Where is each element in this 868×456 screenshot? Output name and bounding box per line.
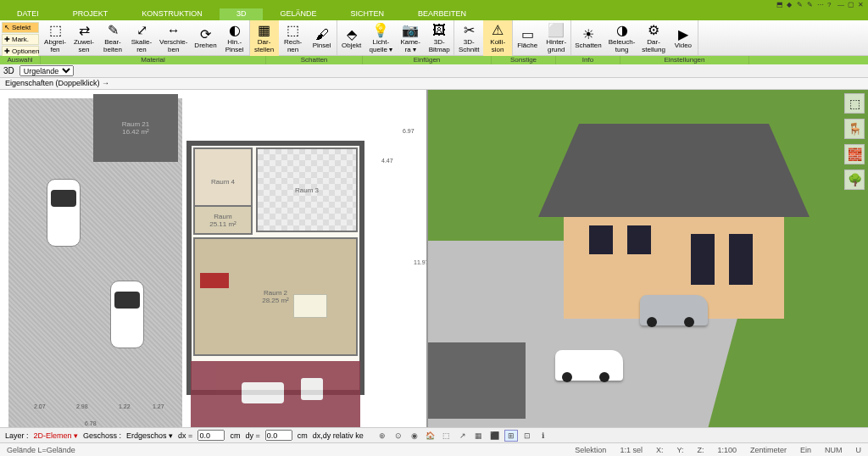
house-3d xyxy=(555,141,793,310)
select-button[interactable]: ↖Selekt xyxy=(2,22,39,33)
layers-icon[interactable]: ⬚ xyxy=(844,93,865,114)
ribbon-button-label: Dar-stellen xyxy=(254,39,274,54)
dx-input[interactable] xyxy=(198,430,225,441)
ribbon-objekt-button[interactable]: ⬘Objekt xyxy=(337,20,366,56)
tab-gelaende[interactable]: GELÄNDE xyxy=(263,8,333,20)
ribbon-bearbeiten-button[interactable]: ✎Bear-beiten xyxy=(98,20,127,56)
titlebar-icon[interactable]: ✎ xyxy=(807,1,814,8)
coord-x: X: xyxy=(656,446,664,454)
bottom-tool-icon[interactable]: ⊡ xyxy=(520,430,534,442)
dimension-label: 11.97 xyxy=(414,259,428,265)
tab-bearbeiten[interactable]: BEARBEITEN xyxy=(401,8,483,20)
window-icon xyxy=(627,225,651,254)
bottom-tool-icon[interactable]: ⊕ xyxy=(376,430,389,442)
layer-label: Layer : xyxy=(5,431,29,440)
plus-icon: ✚ xyxy=(4,36,10,43)
unit-value: Zentimeter xyxy=(750,446,787,454)
tree-icon[interactable]: 🌳 xyxy=(844,170,865,190)
door-icon xyxy=(729,234,753,285)
ribbon-lichtquelle-button[interactable]: 💡Licht-quelle ▾ xyxy=(366,20,397,56)
ribbon-icon: ☀ xyxy=(580,25,597,42)
ribbon-pinsel-button[interactable]: 🖌Pinsel xyxy=(308,20,337,56)
ribbon-button-label: Fläche xyxy=(517,42,537,50)
room-kitchen: Raum 3 xyxy=(256,147,358,232)
tab-sichten[interactable]: SICHTEN xyxy=(333,8,401,20)
ribbon-button-label: Dar-stellung xyxy=(642,39,665,54)
titlebar-icon[interactable]: ✎ xyxy=(797,1,804,8)
ribbon-zuweisen-button[interactable]: ⇄Zuwei-sen xyxy=(70,20,98,56)
ribbon-dschnitt-button[interactable]: ✂3D-Schnitt xyxy=(454,20,483,56)
dy-input[interactable] xyxy=(265,430,292,441)
ribbon-darstellung-button[interactable]: ⚙Dar-stellung xyxy=(638,20,669,56)
ribbon-icon: ▭ xyxy=(519,25,536,42)
view-mode-label: 3D xyxy=(3,66,14,75)
terrain-dropdown[interactable]: Urgelände xyxy=(19,65,74,76)
bottom-tool-icon[interactable]: ⬚ xyxy=(440,430,453,442)
bottom-tool-icon[interactable]: ⊞ xyxy=(504,430,518,442)
ribbon-flche-button[interactable]: ▭Fläche xyxy=(513,20,542,56)
ribbon-darstellen-button[interactable]: ▦Dar-stellen xyxy=(250,20,279,56)
bottom-toolbar: Layer : 2D-Elemen ▾ Geschoss : Erdgescho… xyxy=(0,427,868,442)
ribbon-hinpinsel-button[interactable]: ◐Hin.-Pinsel xyxy=(220,20,249,56)
ribbon-abgreifen-button[interactable]: ⬚Abgrei-fen xyxy=(41,20,70,56)
unit-label: cm xyxy=(298,431,308,440)
titlebar-icon[interactable]: ⬒ xyxy=(776,1,783,8)
bottom-tool-icon[interactable]: ↗ xyxy=(456,430,470,442)
close-icon[interactable]: ✕ xyxy=(858,1,865,8)
titlebar-icon[interactable]: ◆ xyxy=(787,1,793,8)
cursor-icon: ↖ xyxy=(4,24,10,31)
bottom-tool-icon[interactable]: ◉ xyxy=(408,430,421,442)
ribbon-skalieren-button[interactable]: ⤢Skalie-ren xyxy=(127,20,156,56)
ribbon-icon: 📷 xyxy=(402,22,419,39)
properties-hint: Eigenschaften (Doppelklick) → xyxy=(0,78,868,90)
ribbon-video-button[interactable]: ▶Video xyxy=(669,20,698,56)
bottom-tool-icon[interactable]: ℹ xyxy=(537,430,550,442)
ribbon-schatten-button[interactable]: ☀Schatten xyxy=(571,20,605,56)
tab-datei[interactable]: DATEI xyxy=(0,8,56,20)
bottom-tool-icon[interactable]: ⊙ xyxy=(392,430,405,442)
ribbon-beleuchtung-button[interactable]: ◑Beleuch-tung xyxy=(605,20,639,56)
tab-konstruktion[interactable]: KONSTRUKTION xyxy=(125,8,220,20)
ribbon-hintergrund-button[interactable]: ⬜Hinter-grund xyxy=(542,20,570,56)
3d-perspective-view[interactable]: ⬚ 🪑 🧱 🌳 xyxy=(428,90,868,427)
geschoss-dropdown[interactable]: Erdgeschos ▾ xyxy=(126,431,173,440)
ribbon-drehen-button[interactable]: ⟳Drehen xyxy=(191,20,220,56)
ribbon-button-label: 3D-Schnitt xyxy=(459,39,479,54)
ribbon-icon: ◐ xyxy=(226,22,243,39)
titlebar-icon[interactable]: ⋯ xyxy=(817,1,824,8)
ribbon-button-label: Kolli-sion xyxy=(490,39,505,54)
car-3d-icon xyxy=(555,350,623,381)
tab-3d[interactable]: 3D xyxy=(220,8,264,20)
dy-label: dy = xyxy=(245,431,259,440)
ribbon-button-label: Skalie-ren xyxy=(131,39,152,54)
ribbon-rechnen-button[interactable]: ⬚Rech-nen xyxy=(279,20,308,56)
tab-projekt[interactable]: PROJEKT xyxy=(56,8,125,20)
table-icon xyxy=(293,294,327,318)
ribbon: ↖Selekt ✚Mark. ✚Optionen ⬚Abgrei-fen⇄Zuw… xyxy=(0,20,868,56)
ribbon-icon: ⤢ xyxy=(133,22,150,39)
layer-dropdown[interactable]: 2D-Elemen ▾ xyxy=(34,431,79,440)
maximize-icon[interactable]: ▢ xyxy=(848,1,854,8)
ribbon-dbitmap-button[interactable]: 🖼3D-Bitmap xyxy=(425,20,453,56)
dimension-label: 1.22 xyxy=(119,403,131,409)
mark-button[interactable]: ✚Mark. xyxy=(2,34,39,45)
minimize-icon[interactable]: — xyxy=(837,1,844,8)
ribbon-kamera-button[interactable]: 📷Kame-ra ▾ xyxy=(396,20,425,56)
bottom-tool-icon[interactable]: ▦ xyxy=(472,430,486,442)
ribbon-kollision-button[interactable]: ⚠Kolli-sion xyxy=(483,20,512,56)
room: Raum25.11 m² xyxy=(193,205,253,235)
statusbar: Gelände L=Gelände Selektion 1:1 sel X: Y… xyxy=(0,442,868,456)
bottom-tool-icon[interactable]: ⬛ xyxy=(488,430,502,442)
furniture-icon[interactable]: 🪑 xyxy=(844,119,865,139)
help-icon[interactable]: ? xyxy=(827,1,834,8)
ribbon-button-label: Licht-quelle ▾ xyxy=(370,39,393,54)
bottom-tool-icon[interactable]: 🏠 xyxy=(424,430,437,442)
2d-plan-view[interactable]: Raum 2116.42 m² Raum 4 Raum25.11 m² Raum… xyxy=(0,90,428,427)
ribbon-verschieben-button[interactable]: ↔Verschie-ben xyxy=(156,20,191,56)
coord-y: Y: xyxy=(676,446,683,454)
coord-z: Z: xyxy=(697,446,704,454)
ribbon-icon: ▦ xyxy=(256,22,273,39)
ribbon-icon: ⇄ xyxy=(75,22,92,39)
materials-icon[interactable]: 🧱 xyxy=(844,144,865,164)
door-icon xyxy=(691,234,715,285)
